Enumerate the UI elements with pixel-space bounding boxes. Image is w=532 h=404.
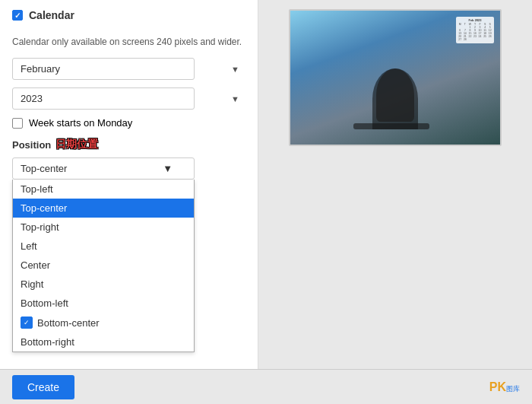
- calendar-section-header: Calendar: [12, 9, 245, 27]
- year-select[interactable]: 2022 2023 2024: [12, 87, 195, 110]
- right-panel: Feb 2023 MTWTFSS 12345 6789101112 131415…: [258, 0, 532, 404]
- position-option-bottom-left[interactable]: Bottom-left: [13, 294, 194, 313]
- week-starts-label: Week starts on Monday: [29, 117, 132, 129]
- month-select[interactable]: January February March April May June Ju…: [12, 58, 195, 80]
- position-option-top-right[interactable]: Top-right: [13, 218, 194, 237]
- calendar-checkbox[interactable]: [12, 10, 23, 21]
- bottom-center-check-icon: [21, 317, 33, 329]
- position-selected-value: Top-center: [21, 163, 67, 174]
- chinese-position-label: 日期位置: [55, 138, 98, 151]
- position-dropdown-arrow: ▼: [163, 163, 173, 174]
- pk-brand: PK图库: [489, 380, 520, 394]
- calendar-title: Calendar: [29, 9, 74, 21]
- position-option-bottom-right[interactable]: Bottom-right: [13, 332, 194, 352]
- main-container: Calendar Calendar only available on scre…: [0, 0, 532, 404]
- week-starts-checkbox[interactable]: [12, 118, 23, 129]
- position-label-row: Position 日期位置: [12, 138, 245, 151]
- bottom-bar: Create PK图库: [0, 369, 532, 404]
- position-option-right[interactable]: Right: [13, 275, 194, 294]
- year-select-wrapper: 2022 2023 2024 ▼: [12, 87, 245, 110]
- position-option-bottom-center[interactable]: Bottom-center: [13, 313, 194, 332]
- month-select-wrapper: January February March April May June Ju…: [12, 58, 245, 80]
- preview-calendar-mini: Feb 2023 MTWTFSS 12345 6789101112 131415…: [456, 17, 494, 43]
- position-dropdown-container: Top-center ▼ Top-left Top-center Top-rig…: [12, 157, 195, 180]
- preview-image: Feb 2023 MTWTFSS 12345 6789101112 131415…: [289, 9, 502, 146]
- position-option-top-left[interactable]: Top-left: [13, 180, 194, 199]
- month-dropdown-arrow: ▼: [231, 65, 239, 74]
- position-dropdown-trigger[interactable]: Top-center ▼: [12, 157, 195, 180]
- year-dropdown-arrow: ▼: [231, 94, 239, 103]
- position-option-top-center[interactable]: Top-center: [13, 199, 194, 218]
- left-panel: Calendar Calendar only available on scre…: [0, 0, 258, 404]
- position-option-center[interactable]: Center: [13, 256, 194, 275]
- create-button[interactable]: Create: [12, 375, 74, 399]
- position-dropdown-list: Top-left Top-center Top-right Left Cente…: [12, 180, 195, 352]
- calendar-info-text: Calendar only available on screens 240 p…: [12, 35, 245, 49]
- position-option-left[interactable]: Left: [13, 237, 194, 256]
- position-label: Position: [12, 139, 51, 151]
- week-starts-row: Week starts on Monday: [12, 117, 245, 129]
